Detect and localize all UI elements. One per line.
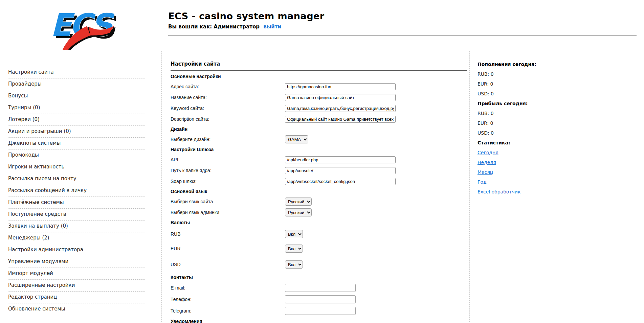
settings-form: Основные настройкиАдрес сайта:Название с… bbox=[171, 72, 467, 323]
stat-row: EUR: 0 bbox=[478, 120, 579, 126]
sidebar-item[interactable]: Менеджеры (2) bbox=[8, 232, 145, 244]
form-row: Выбери язык сайтаРусский bbox=[171, 196, 467, 207]
form-section-title: Основные настройки bbox=[171, 72, 467, 81]
form-row: Телефон: bbox=[171, 294, 467, 305]
field-select[interactable]: GAMA bbox=[285, 135, 308, 143]
stats-link[interactable]: Месяц bbox=[478, 169, 579, 175]
form-row: Keyword сайта: bbox=[171, 103, 467, 114]
stat-row: EUR: 0 bbox=[478, 81, 579, 87]
field-select[interactable]: Русский bbox=[285, 208, 312, 216]
stat-row: USD: 0 bbox=[478, 130, 579, 136]
form-section-title: Настройки Шлюза bbox=[171, 145, 467, 154]
sidebar-item[interactable]: Джекпоты системы bbox=[8, 138, 145, 149]
field-label: RUB bbox=[171, 231, 285, 237]
sidebar-item[interactable]: Расширенные настройки bbox=[8, 280, 145, 292]
form-section-title: Уведомления bbox=[171, 317, 467, 323]
sidebar-item[interactable]: Настройки администратора bbox=[8, 244, 145, 256]
main-content: Настройки сайта Основные настройкиАдрес … bbox=[161, 51, 470, 323]
deposits-title: Пополнения сегодня: bbox=[478, 62, 579, 67]
field-input[interactable] bbox=[285, 116, 396, 123]
sidebar-item[interactable]: Игроки и активность bbox=[8, 161, 145, 173]
stat-row: RUB: 0 bbox=[478, 71, 579, 77]
form-row: Путь к папке ядра: bbox=[171, 165, 467, 176]
stat-row: USD: 0 bbox=[478, 91, 579, 96]
stats-links: СегодняНеделяМесяцГодExcel обработчик bbox=[478, 150, 579, 194]
field-label: Keyword сайта: bbox=[171, 106, 285, 111]
sidebar-item[interactable]: Поступление средств bbox=[8, 209, 145, 221]
field-label: Telegram: bbox=[171, 308, 285, 314]
field-label: Soap шлюз: bbox=[171, 179, 285, 184]
field-label: API: bbox=[171, 157, 285, 162]
field-input[interactable] bbox=[285, 178, 396, 185]
field-input[interactable] bbox=[285, 167, 396, 174]
field-input[interactable] bbox=[285, 83, 396, 90]
field-input[interactable] bbox=[285, 105, 396, 112]
login-status: Вы вошли как: Администратор выйти bbox=[168, 24, 637, 30]
logout-link[interactable]: выйти bbox=[263, 24, 281, 30]
form-section-title: Валюты bbox=[171, 218, 467, 227]
field-label: Выберите дизайн: bbox=[171, 137, 285, 142]
field-input[interactable] bbox=[285, 94, 396, 101]
sidebar-item[interactable]: Рассылка писем на почту bbox=[8, 173, 145, 185]
stats-link[interactable]: Год bbox=[478, 179, 579, 185]
sidebar-item[interactable]: Обновление системы bbox=[8, 303, 145, 315]
field-input[interactable] bbox=[285, 284, 356, 292]
sidebar-item[interactable]: Промокоды bbox=[8, 149, 145, 161]
header-divider bbox=[168, 35, 637, 36]
form-row: Выберите дизайн:GAMA bbox=[171, 134, 467, 145]
page-title: Настройки сайта bbox=[171, 61, 469, 67]
form-section-title: Основной язык bbox=[171, 187, 467, 196]
stats-panel: Пополнения сегодня: RUB: 0EUR: 0USD: 0 П… bbox=[478, 62, 579, 199]
form-section-title: Контакты bbox=[171, 273, 467, 282]
form-row: Адрес сайта: bbox=[171, 81, 467, 92]
field-label: USD bbox=[171, 262, 285, 267]
field-label: Название сайта: bbox=[171, 95, 285, 100]
form-row: RUBВкл bbox=[171, 227, 467, 241]
field-label: Description сайта: bbox=[171, 116, 285, 122]
sidebar-item[interactable]: Редактор страниц bbox=[8, 292, 145, 303]
sidebar-item[interactable]: Лотереи (0) bbox=[8, 114, 145, 126]
form-row: Выбери язык админкиРусский bbox=[171, 207, 467, 218]
field-label: Выбери язык сайта bbox=[171, 199, 285, 204]
sidebar-item[interactable]: Управление модулями bbox=[8, 256, 145, 268]
field-input[interactable] bbox=[285, 307, 356, 315]
ecs-logo: ECS ECS bbox=[47, 5, 116, 50]
sidebar-item[interactable]: Импорт модулей bbox=[8, 268, 145, 280]
field-label: Телефон: bbox=[171, 297, 285, 302]
form-row: EURВкл bbox=[171, 241, 467, 256]
field-select[interactable]: Русский bbox=[285, 198, 312, 206]
sidebar-item[interactable]: Бонусы bbox=[8, 90, 145, 102]
field-select[interactable]: Вкл bbox=[285, 230, 303, 238]
form-row: API: bbox=[171, 154, 467, 165]
sidebar-item[interactable]: Платёжные системы bbox=[8, 197, 145, 209]
field-label: Выбери язык админки bbox=[171, 210, 285, 215]
login-status-text: Вы вошли как: Администратор bbox=[168, 24, 260, 30]
stats-link[interactable]: Сегодня bbox=[478, 150, 579, 155]
form-row: Soap шлюз: bbox=[171, 176, 467, 187]
field-label: EUR bbox=[171, 246, 285, 251]
field-select[interactable]: Вкл bbox=[285, 260, 303, 269]
stats-link[interactable]: Excel обработчик bbox=[478, 189, 579, 194]
field-input[interactable] bbox=[285, 156, 396, 163]
form-section-title: Дизайн bbox=[171, 124, 467, 134]
stats-link[interactable]: Неделя bbox=[478, 160, 579, 165]
field-label: Адрес сайта: bbox=[171, 84, 285, 89]
sidebar-item[interactable]: Настройки сайта bbox=[8, 67, 145, 78]
form-row: Description сайта: bbox=[171, 114, 467, 124]
sidebar-item[interactable]: Заявки на выплату (0) bbox=[8, 221, 145, 232]
form-row: Название сайта: bbox=[171, 92, 467, 103]
form-row: E-mail: bbox=[171, 282, 467, 294]
stats-title: Статистика: bbox=[478, 140, 579, 145]
form-row: Telegram: bbox=[171, 305, 467, 317]
deposits-list: RUB: 0EUR: 0USD: 0 bbox=[478, 71, 579, 96]
field-select[interactable]: Вкл bbox=[285, 245, 303, 253]
stat-row: RUB: 0 bbox=[478, 111, 579, 116]
sidebar-item[interactable]: Турниры (0) bbox=[8, 102, 145, 114]
sidebar-item[interactable]: Рассылка сообщений в личку bbox=[8, 185, 145, 197]
header: ECS - casino system manager Вы вошли как… bbox=[168, 11, 637, 30]
app-title: ECS - casino system manager bbox=[168, 11, 637, 21]
field-input[interactable] bbox=[285, 295, 356, 303]
sidebar-item[interactable]: Провайдеры bbox=[8, 78, 145, 90]
sidebar-item[interactable]: Акции и розыгрыши (0) bbox=[8, 126, 145, 138]
form-row: USDВкл bbox=[171, 256, 467, 273]
